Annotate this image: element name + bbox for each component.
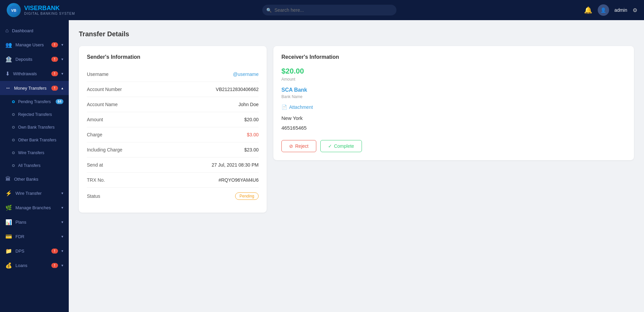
- receiver-amount: $20.00: [281, 67, 626, 76]
- including-charge-value: $23.00: [244, 147, 259, 152]
- sidebar-label: Loans: [15, 263, 48, 268]
- sidebar-item-dashboard[interactable]: ⌂ Dashboard: [0, 24, 69, 38]
- trx-value: #RQYO96YAM4U6: [218, 177, 259, 183]
- sender-amount-row: Amount $20.00: [87, 112, 259, 127]
- status-label: Status: [87, 193, 100, 199]
- sidebar-item-manage-branches[interactable]: 🌿 Manage Branches ▾: [0, 200, 69, 215]
- receiver-bank-label: Bank Name: [281, 94, 626, 99]
- receiver-card: Receiver's Information $20.00 Amount SCA…: [273, 46, 634, 160]
- sidebar-item-dps[interactable]: 📁 DPS ! ▾: [0, 244, 69, 258]
- sidebar-item-withdrawals[interactable]: ⬇ Withdrawals ! ▾: [0, 66, 69, 81]
- sidebar-label: DPS: [15, 249, 48, 254]
- topbar: VB VISERBANK DIGITAL BANKING SYSTEM 🔍 🔔 …: [0, 0, 644, 20]
- sidebar-item-money-transfers[interactable]: ↔ Money Transfers ! ▴: [0, 81, 69, 95]
- badge: !: [51, 71, 58, 76]
- main-content: Transfer Details Sender's Information Us…: [69, 20, 644, 312]
- sidebar-label: Plans: [15, 220, 58, 225]
- chevron-down-icon: ▾: [61, 206, 63, 210]
- dot-icon: [12, 164, 15, 167]
- sidebar-item-rejected-transfers[interactable]: Rejected Transfers: [0, 108, 69, 121]
- logo: VB VISERBANK DIGITAL BANKING SYSTEM: [7, 3, 75, 17]
- sender-username-row: Username @username: [87, 67, 259, 82]
- fdr-icon: 💳: [5, 233, 12, 240]
- sidebar: ⌂ Dashboard 👥 Manage Users ! ▾ 🏦 Deposit…: [0, 20, 69, 312]
- dot-icon: [12, 151, 15, 154]
- money-transfers-icon: ↔: [5, 85, 11, 91]
- sidebar-label: Pending Transfers: [18, 99, 52, 104]
- status-badge: Pending: [235, 192, 259, 200]
- attachment-link[interactable]: 📄 Attachment: [281, 104, 626, 110]
- receiver-amount-label: Amount: [281, 77, 626, 82]
- sidebar-label: Other Bank Transfers: [18, 138, 63, 142]
- sender-charge-row: Charge $3.00: [87, 127, 259, 142]
- sidebar-item-fdr[interactable]: 💳 FDR ▾: [0, 229, 69, 244]
- sidebar-item-other-banks[interactable]: 🏛 Other Banks: [0, 172, 69, 186]
- sidebar-item-other-bank-transfers[interactable]: Other Bank Transfers: [0, 134, 69, 146]
- sidebar-item-loans[interactable]: 💰 Loans ! ▾: [0, 258, 69, 273]
- page-title: Transfer Details: [79, 30, 634, 38]
- sender-username-value: @username: [233, 72, 259, 77]
- sidebar-label: Rejected Transfers: [18, 112, 63, 117]
- chevron-down-icon: ▾: [61, 234, 63, 239]
- avatar: 👤: [598, 4, 609, 16]
- reject-button[interactable]: ⊘ Reject: [281, 140, 316, 152]
- chevron-down-icon: ▾: [61, 191, 63, 195]
- sidebar-item-manage-users[interactable]: 👥 Manage Users ! ▾: [0, 38, 69, 52]
- account-name-label: Account Name: [87, 102, 118, 107]
- chevron-down-icon: ▾: [61, 57, 63, 61]
- sidebar-label: Other Banks: [14, 177, 63, 182]
- sidebar-label: Manage Users: [15, 42, 48, 47]
- cards-row: Sender's Information Username @username …: [79, 46, 634, 213]
- sidebar-label: Dashboard: [12, 28, 63, 33]
- settings-icon[interactable]: ⚙: [633, 7, 637, 13]
- notification-icon[interactable]: 🔔: [584, 6, 592, 14]
- account-number-value: VB21212830406662: [216, 87, 259, 92]
- badge: !: [51, 57, 58, 62]
- including-charge-label: Including Charge: [87, 147, 122, 152]
- topbar-right: 🔔 👤 admin ⚙: [584, 4, 637, 16]
- sidebar-item-own-bank-transfers[interactable]: Own Bank Transfers: [0, 121, 69, 134]
- account-number-label: Account Number: [87, 87, 122, 92]
- sidebar-label: Wire Transfers: [18, 150, 63, 155]
- sidebar-label: Wire Transfer: [15, 191, 58, 196]
- sender-status-row: Status Pending: [87, 188, 259, 205]
- plans-icon: 📊: [5, 219, 12, 225]
- badge: !: [51, 249, 58, 254]
- sender-send-at-row: Send at 27 Jul, 2021 08:30 PM: [87, 158, 259, 173]
- sidebar-label: All Transfers: [18, 163, 63, 168]
- chevron-up-icon: ▴: [61, 86, 63, 90]
- sender-card: Sender's Information Username @username …: [79, 46, 267, 213]
- svg-text:VB: VB: [11, 8, 16, 12]
- sidebar-item-wire-transfer[interactable]: ⚡ Wire Transfer ▾: [0, 186, 69, 200]
- send-at-value: 27 Jul, 2021 08:30 PM: [212, 162, 259, 168]
- sidebar-label: FDR: [15, 234, 58, 239]
- dashboard-icon: ⌂: [5, 28, 9, 34]
- sender-including-charge-row: Including Charge $23.00: [87, 142, 259, 158]
- chevron-down-icon: ▾: [61, 220, 63, 224]
- chevron-down-icon: ▾: [61, 43, 63, 47]
- chevron-down-icon: ▾: [61, 72, 63, 76]
- trx-label: TRX No.: [87, 177, 105, 183]
- sender-trx-row: TRX No. #RQYO96YAM4U6: [87, 173, 259, 188]
- badge: 64: [56, 99, 63, 104]
- manage-users-icon: 👥: [5, 42, 12, 48]
- sidebar-item-plans[interactable]: 📊 Plans ▾: [0, 215, 69, 229]
- receiver-number: 465165465: [281, 125, 626, 131]
- reject-icon: ⊘: [289, 143, 293, 149]
- sidebar-item-pending-transfers[interactable]: Pending Transfers 64: [0, 95, 69, 108]
- sidebar-label: Manage Branches: [15, 205, 58, 210]
- sidebar-item-all-transfers[interactable]: All Transfers: [0, 159, 69, 172]
- dot-icon: [12, 126, 15, 129]
- dot-icon: [12, 100, 15, 103]
- search-icon: 🔍: [266, 8, 272, 13]
- complete-button[interactable]: ✓ Complete: [320, 140, 362, 152]
- search-input[interactable]: [262, 5, 396, 15]
- badge: !: [51, 263, 58, 268]
- amount-value: $20.00: [244, 117, 259, 122]
- sender-card-title: Sender's Information: [87, 54, 259, 60]
- attachment-label: Attachment: [289, 104, 313, 110]
- charge-value: $3.00: [247, 132, 259, 137]
- sidebar-item-wire-transfers[interactable]: Wire Transfers: [0, 146, 69, 159]
- receiver-card-title: Receiver's Information: [281, 54, 626, 60]
- sidebar-item-deposits[interactable]: 🏦 Deposits ! ▾: [0, 52, 69, 66]
